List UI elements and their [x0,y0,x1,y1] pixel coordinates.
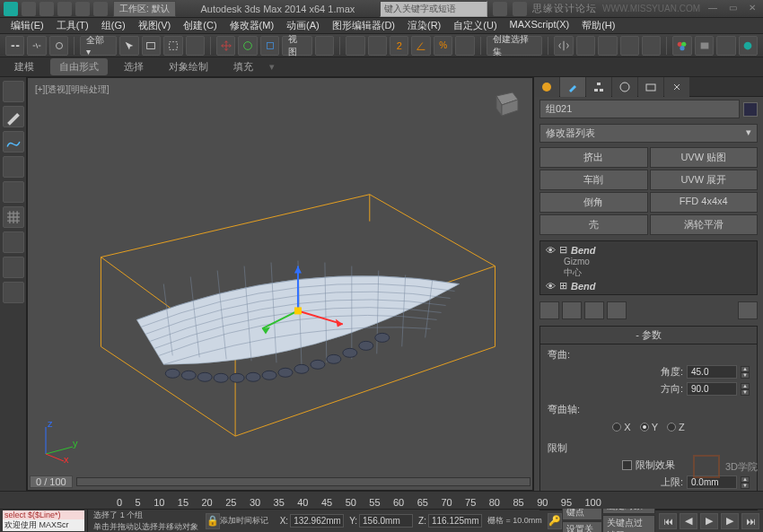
star-icon[interactable] [513,2,527,16]
y-coord[interactable] [359,514,413,528]
menu-tools[interactable]: 工具(T) [51,18,94,33]
snap-angle-icon[interactable] [411,36,430,56]
lt-more-icon[interactable] [3,282,24,303]
snap-spinner-icon[interactable] [455,36,474,56]
time-slider[interactable]: 0 / 100 [30,475,531,488]
mirror-icon[interactable] [554,36,573,56]
menu-customize[interactable]: 自定义(U) [448,18,502,33]
selection-filter[interactable]: 全部 ▾ [80,36,117,56]
workspace-dropdown[interactable]: 工作区: 默认 [113,1,176,17]
lock-icon[interactable]: 🔒 [206,513,220,529]
named-selset[interactable]: 创建选择集 [487,36,543,56]
tab-motion[interactable] [612,77,637,97]
undo-icon[interactable] [75,2,90,16]
tab-hierarchy[interactable] [586,77,611,97]
select-name-icon[interactable] [142,36,161,56]
curve-editor-icon[interactable] [620,36,639,56]
direction-spinner[interactable]: 90.0 [687,382,737,396]
qbtn-turbosmooth[interactable]: 涡轮平滑 [650,214,759,235]
object-name-field[interactable]: 组021 [539,100,740,118]
snap-percent-icon[interactable]: % [434,36,452,56]
ribbon-tab-modeling[interactable]: 建模 [5,58,43,75]
menu-help[interactable]: 帮助(H) [576,18,620,33]
new-icon[interactable] [22,2,36,16]
manipulate-icon[interactable] [346,36,364,56]
menu-views[interactable]: 视图(V) [133,18,177,33]
lt-topo-icon[interactable] [3,156,24,178]
unique-icon[interactable] [584,301,604,319]
qbtn-uvwmap[interactable]: UVW 贴图 [650,147,759,168]
pivot-icon[interactable] [315,36,334,56]
bind-icon[interactable] [49,36,68,56]
ribbon-tab-selection[interactable]: 选择 [115,58,153,75]
play-icon[interactable]: ▶ [700,513,718,529]
render-icon[interactable] [739,36,758,56]
qbtn-shell[interactable]: 壳 [539,214,648,235]
move-icon[interactable] [216,36,235,56]
menu-maxscript[interactable]: MAXScript(X) [504,18,575,33]
lt-grid-icon[interactable] [3,206,24,228]
keyboard-icon[interactable] [368,36,387,56]
key-filters[interactable]: 关键点过滤器... [602,515,655,532]
listener[interactable]: select $($Line*) 欢迎使用 MAXScr [0,510,88,532]
goto-end-icon[interactable]: ⏭ [741,513,759,529]
tab-modify[interactable] [560,77,585,97]
prev-frame-icon[interactable]: ◀ [680,513,697,529]
key-icon[interactable]: 🔑 [548,513,562,529]
menu-animation[interactable]: 动画(A) [281,18,325,33]
angle-spinner[interactable]: 45.0 [687,365,737,379]
ribbon-tab-objectpaint[interactable]: 对象绘制 [160,58,217,75]
menu-group[interactable]: 组(G) [96,18,131,33]
menu-edit[interactable]: 编辑(E) [5,18,49,33]
open-icon[interactable] [39,2,54,16]
next-frame-icon[interactable]: ▶ [721,513,739,529]
qbtn-extrude[interactable]: 挤出 [539,147,648,168]
rotate-icon[interactable] [238,36,257,56]
lt-dot-icon[interactable] [3,257,24,278]
qbtn-ffd[interactable]: FFD 4x4x4 [650,192,759,213]
lt-arrow-icon[interactable] [3,231,24,253]
scale-icon[interactable] [260,36,279,56]
menu-rendering[interactable]: 渲染(R) [402,18,446,33]
axis-x-radio[interactable]: X [612,422,630,432]
snap-2d-icon[interactable]: 2 [390,36,408,56]
object-color-swatch[interactable] [743,102,758,117]
ribbon-tab-freeform[interactable]: 自由形式 [50,58,108,75]
limit-effect-checkbox[interactable] [622,460,632,470]
pin-stack-icon[interactable] [539,301,559,319]
info-icon[interactable] [493,2,507,16]
help-search[interactable]: 键入关键字或短语 [380,1,487,17]
lt-conform-icon[interactable] [3,181,24,203]
material-editor-icon[interactable] [672,36,691,56]
lt-brush-icon[interactable] [3,106,24,127]
menu-create[interactable]: 创建(C) [178,18,222,33]
viewport-label[interactable]: [+][透视][明暗处理] [35,83,110,96]
axis-z-radio[interactable]: Z [667,422,685,432]
select-region-icon[interactable] [163,36,182,56]
timeline-ruler[interactable]: 0510152025303540455055606570758085909510… [0,491,763,509]
select-icon[interactable] [119,36,138,56]
menu-modifiers[interactable]: 修改器(M) [224,18,280,33]
schematic-icon[interactable] [642,36,661,56]
rollout-header[interactable]: - 参数 [540,327,757,344]
modifier-stack[interactable]: 👁⊟ Bend Gizmo 中心 👁⊞ Bend [539,240,758,295]
render-frame-icon[interactable] [716,36,735,56]
lt-splines-icon[interactable] [3,131,24,153]
link-icon[interactable] [5,36,24,56]
layers-icon[interactable] [598,36,617,56]
x-coord[interactable] [290,514,344,528]
viewcube[interactable] [487,85,523,121]
qbtn-lathe[interactable]: 车削 [539,170,648,190]
refcoord-dropdown[interactable]: 视图 [282,36,311,56]
tab-display[interactable] [638,77,663,97]
viewport[interactable]: [+][透视][明暗处理] [27,77,533,491]
configure-sets-icon[interactable] [738,301,758,319]
lt-handle-icon[interactable] [3,81,24,102]
axis-y-radio[interactable]: Y [640,422,658,432]
redo-icon[interactable] [93,2,108,16]
remove-mod-icon[interactable] [607,301,627,319]
minimize-button[interactable]: — [706,3,720,15]
z-coord[interactable] [428,514,482,528]
menu-graph[interactable]: 图形编辑器(D) [327,18,400,33]
qbtn-unwrap[interactable]: UVW 展开 [650,170,759,190]
